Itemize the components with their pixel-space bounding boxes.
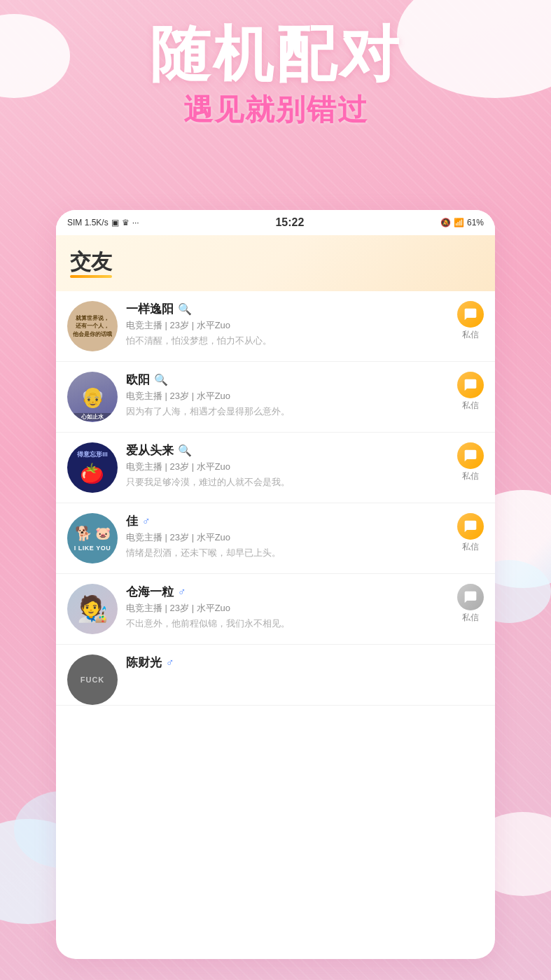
- app-title: 交友: [70, 248, 112, 276]
- user-list[interactable]: 就算世界说，还有一个人，他会是你的话哦 一样逸阳 🔍 电竞主播 | 23岁 | …: [56, 291, 495, 959]
- status-time: 15:22: [275, 216, 304, 229]
- user-tags: 电竞主播 | 23岁 | 水平Zuo: [126, 602, 449, 615]
- list-item: 🧑‍🎨 仓海一粒 ♂ 电竞主播 | 23岁 | 水平Zuo 不出意外，他前程似锦…: [56, 574, 495, 645]
- list-item: 得意忘形III 🍅 爱从头来 🔍 电竞主播 | 23岁 | 水平Zuo 只要我足…: [56, 433, 495, 503]
- list-item: FUCK 陈财光 ♂: [56, 645, 495, 706]
- avatar: FUCK: [67, 654, 118, 705]
- dots-icon: ···: [132, 218, 139, 227]
- chat-icon: [463, 307, 477, 321]
- message-label: 私信: [462, 541, 479, 553]
- message-icon-circle: [457, 513, 484, 540]
- chat-icon: [463, 519, 477, 533]
- message-button[interactable]: 私信: [457, 584, 484, 624]
- main-title: 随机配对: [0, 21, 551, 88]
- search-icon: 🔍: [178, 302, 192, 316]
- user-name: 爱从头来: [126, 442, 174, 458]
- message-button[interactable]: 私信: [457, 442, 484, 482]
- search-icon: 🔍: [154, 373, 168, 386]
- status-left: SIM 1.5K/s ▣ ♛ ···: [67, 218, 139, 227]
- user-tags: 电竞主播 | 23岁 | 水平Zuo: [126, 319, 449, 332]
- message-icon-circle: [457, 372, 484, 398]
- user-bio: 只要我足够冷漠，难过的人就不会是我。: [126, 476, 449, 489]
- message-icon-circle: [457, 584, 484, 610]
- user-name: 佳: [126, 513, 138, 529]
- message-button[interactable]: 私信: [457, 513, 484, 553]
- sub-title: 遇见就别错过: [0, 90, 551, 130]
- user-tags: 电竞主播 | 23岁 | 水平Zuo: [126, 461, 449, 473]
- status-bar: SIM 1.5K/s ▣ ♛ ··· 15:22 🔕 📶 61%: [56, 210, 495, 235]
- phone-card: SIM 1.5K/s ▣ ♛ ··· 15:22 🔕 📶 61% 交友 就算世界…: [56, 210, 495, 959]
- user-name-row: 一样逸阳 🔍: [126, 301, 449, 317]
- message-label: 私信: [462, 612, 479, 624]
- title-underline: [70, 275, 112, 278]
- user-tags: 电竞主播 | 23岁 | 水平Zuo: [126, 390, 449, 402]
- gender-icon: ♂: [142, 515, 151, 528]
- crown-icon: ♛: [122, 218, 130, 227]
- message-button[interactable]: 私信: [457, 301, 484, 341]
- chat-icon: [463, 590, 477, 604]
- user-info: 仓海一粒 ♂ 电竞主播 | 23岁 | 水平Zuo 不出意外，他前程似锦，我们永…: [126, 584, 449, 630]
- message-button[interactable]: 私信: [457, 372, 484, 412]
- message-icon-circle: [457, 301, 484, 328]
- signal-icon: ▣: [111, 218, 119, 227]
- user-bio: 怕不清醒，怕没梦想，怕力不从心。: [126, 335, 449, 347]
- chat-icon: [463, 449, 477, 463]
- user-name: 陈财光: [126, 654, 162, 671]
- avatar: 🧑‍🎨: [67, 584, 118, 634]
- message-icon-circle: [457, 442, 484, 469]
- user-bio: 不出意外，他前程似锦，我们永不相见。: [126, 617, 449, 630]
- user-bio: 因为有了人海，相遇才会显得那么意外。: [126, 405, 449, 418]
- gender-icon: ♂: [166, 657, 174, 669]
- message-label: 私信: [462, 400, 479, 412]
- user-bio: 情绪是烈酒，还未下喉，却早已上头。: [126, 547, 449, 559]
- title-area: 随机配对 遇见就别错过: [0, 21, 551, 130]
- user-name-row: 爱从头来 🔍: [126, 442, 449, 458]
- avatar: 👴 心如止水: [67, 372, 118, 422]
- avatar: 就算世界说，还有一个人，他会是你的话哦: [67, 301, 118, 351]
- user-info: 陈财光 ♂: [126, 654, 484, 673]
- avatar-overlay-text: 心如止水: [67, 413, 118, 421]
- user-name-row: 欧阳 🔍: [126, 372, 449, 388]
- search-icon: 🔍: [178, 444, 192, 457]
- message-label: 私信: [462, 329, 479, 341]
- user-info: 爱从头来 🔍 电竞主播 | 23岁 | 水平Zuo 只要我足够冷漠，难过的人就不…: [126, 442, 449, 489]
- list-item: 👴 心如止水 欧阳 🔍 电竞主播 | 23岁 | 水平Zuo 因为有了人海，相遇…: [56, 362, 495, 433]
- user-name-row: 佳 ♂: [126, 513, 449, 529]
- app-header: 交友: [56, 235, 495, 291]
- like-you-text: I LIKE YOU: [74, 545, 111, 552]
- status-right: 🔕 📶 61%: [440, 218, 484, 227]
- list-item: 就算世界说，还有一个人，他会是你的话哦 一样逸阳 🔍 电竞主播 | 23岁 | …: [56, 291, 495, 362]
- mute-icon: 🔕: [440, 218, 451, 227]
- user-info: 一样逸阳 🔍 电竞主播 | 23岁 | 水平Zuo 怕不清醒，怕没梦想，怕力不从…: [126, 301, 449, 347]
- user-name-row: 仓海一粒 ♂: [126, 584, 449, 600]
- user-name-row: 陈财光 ♂: [126, 654, 484, 671]
- user-name: 一样逸阳: [126, 301, 174, 317]
- user-info: 佳 ♂ 电竞主播 | 23岁 | 水平Zuo 情绪是烈酒，还未下喉，却早已上头。: [126, 513, 449, 559]
- gender-icon: ♂: [178, 586, 186, 598]
- user-name: 仓海一粒: [126, 584, 174, 600]
- battery-text: 61%: [467, 218, 484, 227]
- list-item: 🐕 🐷 I LIKE YOU 佳 ♂ 电竞主播 | 23岁 | 水平Zuo 情绪…: [56, 503, 495, 574]
- app-title-wrap: 交友: [70, 248, 112, 276]
- avatar: 得意忘形III 🍅: [67, 442, 118, 493]
- user-tags: 电竞主播 | 23岁 | 水平Zuo: [126, 531, 449, 544]
- wifi-icon: 📶: [454, 218, 464, 227]
- avatar: 🐕 🐷 I LIKE YOU: [67, 513, 118, 564]
- chat-icon: [463, 378, 477, 392]
- user-info: 欧阳 🔍 电竞主播 | 23岁 | 水平Zuo 因为有了人海，相遇才会显得那么意…: [126, 372, 449, 418]
- avatar-text: 就算世界说，还有一个人，他会是你的话哦: [70, 312, 115, 341]
- signal-text: SIM 1.5K/s: [67, 218, 109, 227]
- message-label: 私信: [462, 470, 479, 482]
- user-name: 欧阳: [126, 372, 150, 388]
